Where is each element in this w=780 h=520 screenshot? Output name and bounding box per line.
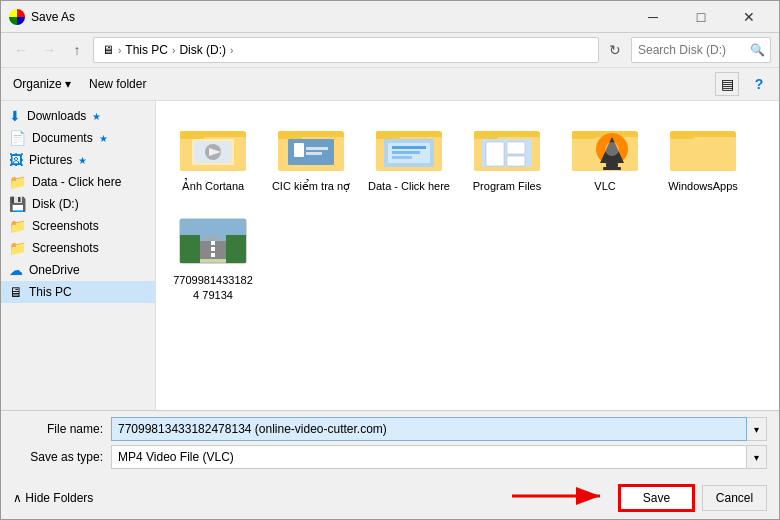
svg-rect-48 (211, 253, 215, 257)
minimize-button[interactable]: ─ (631, 3, 675, 31)
pin-icon-pic: ★ (78, 155, 87, 166)
filename-dropdown-btn[interactable]: ▾ (747, 417, 767, 441)
svg-rect-19 (392, 146, 426, 149)
svg-rect-11 (294, 143, 304, 157)
svg-rect-16 (376, 131, 400, 139)
sidebar-label-disk-d: Disk (D:) (32, 197, 79, 211)
breadcrumb-disk-d[interactable]: Disk (D:) (179, 43, 226, 57)
sidebar-item-this-pc[interactable]: 🖥 This PC (1, 281, 155, 303)
anh-cortana-icon (178, 119, 248, 175)
screenshots1-icon: 📁 (9, 218, 26, 234)
svg-rect-20 (392, 151, 420, 154)
svg-rect-12 (306, 147, 328, 150)
video-file-icon (178, 213, 248, 269)
filename-row: File name: ▾ (13, 417, 767, 441)
back-button[interactable]: ← (9, 38, 33, 62)
sidebar-label-pictures: Pictures (29, 153, 72, 167)
new-folder-button[interactable]: New folder (83, 75, 152, 93)
savetype-dropdown-btn[interactable]: ▾ (747, 445, 767, 469)
organize-button[interactable]: Organize ▾ (9, 75, 75, 93)
view-button[interactable]: ▤ (715, 72, 739, 96)
title-bar: Save As ─ □ ✕ (1, 1, 779, 33)
window-controls: ─ □ ✕ (631, 3, 771, 31)
close-button[interactable]: ✕ (727, 3, 771, 31)
svg-rect-9 (278, 131, 302, 139)
dialog-title: Save As (31, 10, 631, 24)
svg-rect-21 (392, 156, 412, 159)
folder-program-files[interactable]: Program Files (462, 113, 552, 199)
sidebar-item-disk-d[interactable]: 💾 Disk (D:) (1, 193, 155, 215)
file-area: Ảnh Cortana CIC kiểm tra nợ (156, 101, 779, 410)
folder-name-cic: CIC kiểm tra nợ (272, 179, 350, 193)
svg-rect-26 (486, 142, 504, 166)
navigation-toolbar: ← → ↑ 🖥 › This PC › Disk (D:) › ↻ 🔍 (1, 33, 779, 68)
folder-anh-cortana[interactable]: Ảnh Cortana (168, 113, 258, 199)
savetype-label: Save as type: (13, 450, 103, 464)
sidebar-label-data: Data - Click here (32, 175, 121, 189)
help-button[interactable]: ? (747, 72, 771, 96)
vlc-icon (570, 119, 640, 175)
savetype-select[interactable]: MP4 Video File (VLC) (111, 445, 747, 469)
disk-d-icon: 💾 (9, 196, 26, 212)
action-bar: Organize ▾ New folder ▤ ? (1, 68, 779, 101)
svg-rect-47 (211, 247, 215, 251)
svg-rect-13 (306, 152, 322, 155)
svg-rect-46 (211, 241, 215, 245)
main-content: ⬇ Downloads ★ 📄 Documents ★ 🖼 Pictures ★… (1, 101, 779, 410)
breadcrumb-icon: 🖥 (102, 43, 114, 57)
sidebar-item-onedrive[interactable]: ☁ OneDrive (1, 259, 155, 281)
svg-rect-44 (226, 235, 246, 263)
sidebar-label-screenshots2: Screenshots (32, 241, 99, 255)
folder-name-vlc: VLC (594, 179, 615, 193)
buttons-area: Save Cancel (619, 485, 767, 511)
onedrive-icon: ☁ (9, 262, 23, 278)
data-folder-icon: 📁 (9, 174, 26, 190)
search-input[interactable] (631, 37, 771, 63)
file-name-video: 77099814331824 79134 (172, 273, 254, 302)
folder-name-windows-apps: WindowsApps (668, 179, 738, 193)
file-video[interactable]: 77099814331824 79134 (168, 207, 258, 308)
svg-rect-43 (180, 235, 200, 263)
sidebar-label-downloads: Downloads (27, 109, 86, 123)
folder-name-program-files: Program Files (473, 179, 541, 193)
folder-vlc[interactable]: VLC (560, 113, 650, 199)
sidebar-item-documents[interactable]: 📄 Documents ★ (1, 127, 155, 149)
sidebar: ⬇ Downloads ★ 📄 Documents ★ 🖼 Pictures ★… (1, 101, 156, 410)
downloads-icon: ⬇ (9, 108, 21, 124)
sidebar-item-pictures[interactable]: 🖼 Pictures ★ (1, 149, 155, 171)
savetype-row: Save as type: MP4 Video File (VLC) ▾ (13, 445, 767, 469)
bottom-bar: File name: ▾ Save as type: MP4 Video Fil… (1, 410, 779, 479)
svg-rect-2 (180, 131, 204, 139)
folder-cic[interactable]: CIC kiểm tra nợ (266, 113, 356, 199)
breadcrumb-bar[interactable]: 🖥 › This PC › Disk (D:) › (93, 37, 599, 63)
sidebar-item-screenshots2[interactable]: 📁 Screenshots (1, 237, 155, 259)
save-button[interactable]: Save (619, 485, 694, 511)
breadcrumb-this-pc[interactable]: This PC (125, 43, 168, 57)
screenshots2-icon: 📁 (9, 240, 26, 256)
arrow-indicator (502, 477, 612, 515)
sidebar-item-data[interactable]: 📁 Data - Click here (1, 171, 155, 193)
hide-folders-button[interactable]: ∧ Hide Folders (13, 491, 93, 505)
svg-rect-35 (603, 167, 621, 170)
folder-name-data-click: Data - Click here (368, 179, 450, 193)
filename-input[interactable] (111, 417, 747, 441)
up-button[interactable]: ↑ (65, 38, 89, 62)
pictures-icon: 🖼 (9, 152, 23, 168)
maximize-button[interactable]: □ (679, 3, 723, 31)
footer-bar: ∧ Hide Folders Save Cancel (1, 479, 779, 519)
forward-button[interactable]: → (37, 38, 61, 62)
cancel-button[interactable]: Cancel (702, 485, 767, 511)
refresh-button[interactable]: ↻ (603, 38, 627, 62)
svg-rect-39 (670, 131, 694, 139)
pin-icon: ★ (92, 111, 101, 122)
sidebar-item-downloads[interactable]: ⬇ Downloads ★ (1, 105, 155, 127)
svg-rect-28 (507, 156, 525, 166)
sidebar-label-this-pc: This PC (29, 285, 72, 299)
svg-rect-24 (474, 131, 498, 139)
sidebar-label-documents: Documents (32, 131, 93, 145)
filename-label: File name: (13, 422, 103, 436)
sidebar-label-onedrive: OneDrive (29, 263, 80, 277)
folder-data-click[interactable]: Data - Click here (364, 113, 454, 199)
sidebar-item-screenshots1[interactable]: 📁 Screenshots (1, 215, 155, 237)
folder-windows-apps[interactable]: WindowsApps (658, 113, 748, 199)
